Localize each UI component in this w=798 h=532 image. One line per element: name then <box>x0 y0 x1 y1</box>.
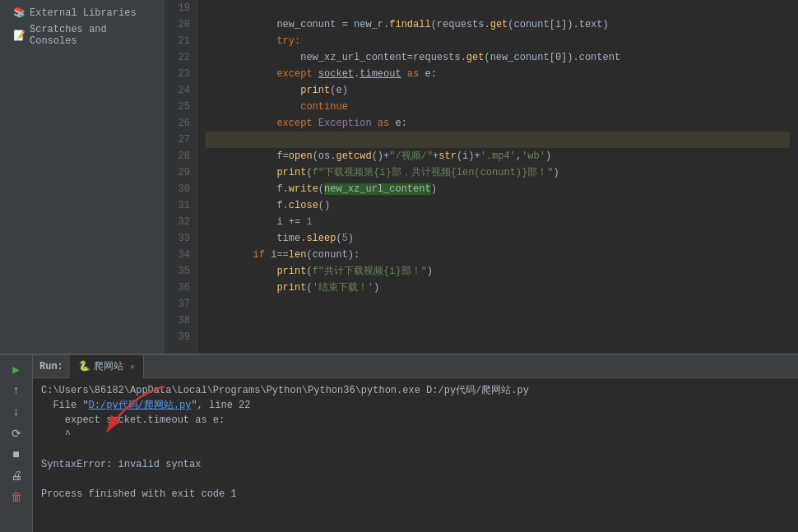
code-line-32: time.sleep(5) <box>206 214 790 230</box>
line-numbers: 19 20 21 22 23 24 25 26 27 28 29 30 31 3… <box>165 0 197 354</box>
sidebar-item-scratches-consoles[interactable]: 📝 Scratches and Consoles <box>0 21 165 49</box>
code-line-33: if i==len(conunt): <box>206 230 790 247</box>
stop-button[interactable]: ■ <box>5 445 28 465</box>
code-editor: 19 20 21 22 23 24 25 26 27 28 29 30 31 3… <box>165 0 798 354</box>
code-line-31: i += 1 <box>206 197 790 214</box>
code-line-38 <box>206 312 790 329</box>
code-line-36 <box>206 280 790 296</box>
code-line-19: new_conunt = new_r.findall(requests.get(… <box>206 0 790 16</box>
library-icon: 📚 <box>13 7 26 19</box>
run-sidebar-buttons: ▶ ↑ ↓ ⟳ ■ 🖨 🗑 <box>0 355 33 532</box>
code-line-26: print(e) <box>206 115 790 132</box>
tab-label: 爬网站 <box>94 359 123 373</box>
code-line-34: print(f"共计下载视频{i}部！") <box>206 247 790 263</box>
sidebar-item-label: Scratches and Consoles <box>30 24 158 47</box>
play-button[interactable]: ▶ <box>5 359 28 379</box>
scroll-down-button[interactable]: ↓ <box>5 402 28 422</box>
code-line-24: continue <box>206 82 790 99</box>
output-blank-1 <box>41 442 790 457</box>
code-line-27: f=open(os.getcwd()+"/视频/"+str(i)+'.mp4',… <box>206 132 790 148</box>
run-tabs-bar: Run: 🐍 爬网站 ✕ <box>33 355 798 378</box>
run-panel: ▶ ↑ ↓ ⟳ ■ 🖨 🗑 Run: 🐍 爬网站 ✕ C:\Users\8618… <box>0 354 798 532</box>
trash-button[interactable]: 🗑 <box>5 488 28 507</box>
run-output-area: C:\Users\86182\AppData\Local\Programs\Py… <box>33 378 798 532</box>
sidebar-item-external-libraries[interactable]: 📚 External Libraries <box>0 4 165 21</box>
code-line-20: try: <box>206 16 790 33</box>
code-line-35: print('结束下载！') <box>206 263 790 280</box>
code-line-23: print(e) <box>206 66 790 82</box>
run-tab-pawangzhan[interactable]: 🐍 爬网站 ✕ <box>70 355 144 378</box>
error-arrow-annotation <box>82 378 181 444</box>
output-exit-line: Process finished with exit code 1 <box>41 487 790 502</box>
run-label: Run: <box>33 356 70 377</box>
code-line-28: print(f"下载视频第{i}部，共计视频{len(conunt)}部！") <box>206 148 790 164</box>
code-editor-area: 19 20 21 22 23 24 25 26 27 28 29 30 31 3… <box>165 0 798 354</box>
code-line-39 <box>206 329 790 345</box>
code-line-25: except Exception as e: <box>206 99 790 115</box>
code-line-30: f.close() <box>206 181 790 197</box>
output-syntax-error: SyntaxError: invalid syntax <box>41 457 790 472</box>
code-lines: new_conunt = new_r.findall(requests.get(… <box>197 0 798 354</box>
rerun-button[interactable]: ⟳ <box>5 423 28 443</box>
tab-close-icon[interactable]: ✕ <box>130 362 135 372</box>
code-line-22: except socket.timeout as e: <box>206 49 790 66</box>
code-line-29: f.write(new_xz_url_content) <box>206 164 790 181</box>
scratches-icon: 📝 <box>13 30 26 42</box>
code-line-37 <box>206 296 790 312</box>
scroll-up-button[interactable]: ↑ <box>5 381 28 400</box>
output-caret-line: ^ <box>41 428 790 442</box>
tab-snake-icon: 🐍 <box>78 360 90 372</box>
print-button[interactable]: 🖨 <box>5 466 28 486</box>
sidebar-item-label: External Libraries <box>30 7 137 19</box>
project-sidebar: 📚 External Libraries 📝 Scratches and Con… <box>0 0 165 354</box>
run-tab-area: Run: 🐍 爬网站 ✕ C:\Users\86182\AppData\Loca… <box>33 355 798 532</box>
code-line-21: new_xz_url_content=requests.get(new_conu… <box>206 33 790 49</box>
output-blank-2 <box>41 472 790 487</box>
